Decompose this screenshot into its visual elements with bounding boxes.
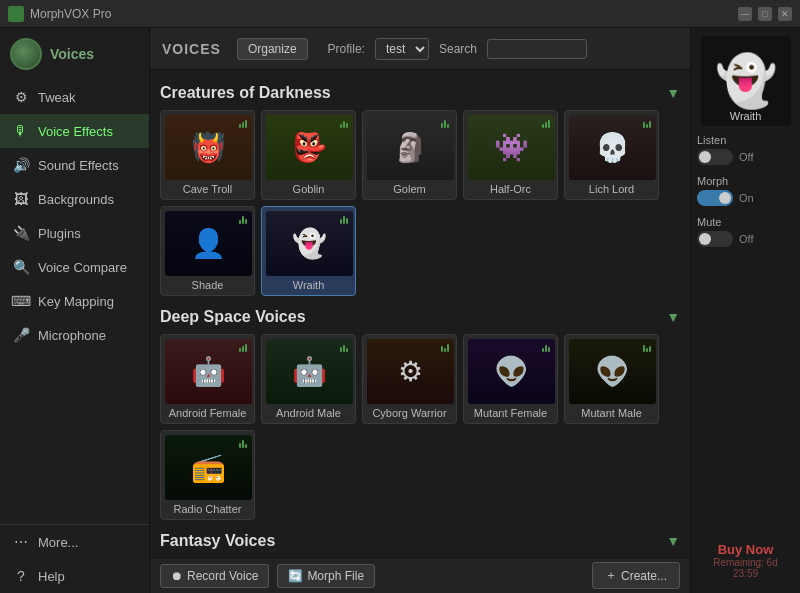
- microphone-icon: 🎤: [12, 326, 30, 344]
- close-button[interactable]: ✕: [778, 7, 792, 21]
- voice-card-goblin[interactable]: 👺 Goblin: [261, 110, 356, 200]
- voice-card-cave-troll[interactable]: 👹 Cave Troll: [160, 110, 255, 200]
- level-indicator-radio-chatter: [239, 438, 249, 448]
- sidebar-item-microphone[interactable]: 🎤 Microphone: [0, 318, 149, 352]
- voice-img-cave-troll: 👹: [165, 115, 252, 180]
- profile-label: Profile:: [328, 42, 365, 56]
- sound-effects-icon: 🔊: [12, 156, 30, 174]
- level-indicator-android-female: [239, 342, 249, 352]
- minimize-button[interactable]: —: [738, 7, 752, 21]
- search-input[interactable]: [487, 39, 587, 59]
- sidebar-voice-effects-label: Voice Effects: [38, 124, 113, 139]
- sidebar-item-backgrounds[interactable]: 🖼 Backgrounds: [0, 182, 149, 216]
- mute-knob: [699, 233, 711, 245]
- voice-card-mutant-male[interactable]: 👽 Mutant Male: [564, 334, 659, 424]
- section-header-fantasy: Fantasy Voices ▼: [160, 532, 680, 550]
- mute-label: Mute: [697, 216, 794, 228]
- fantasy-collapse-icon[interactable]: ▼: [666, 533, 680, 549]
- record-icon: ⏺: [171, 569, 183, 583]
- sidebar-more-label: More...: [38, 535, 78, 550]
- morph-file-label: Morph File: [307, 569, 364, 583]
- search-label: Search: [439, 42, 477, 56]
- sidebar-microphone-label: Microphone: [38, 328, 106, 343]
- voice-effects-icon: 🎙: [12, 122, 30, 140]
- voice-card-half-orc[interactable]: 👾 Half-Orc: [463, 110, 558, 200]
- voice-img-golem: 🗿: [367, 115, 454, 180]
- voice-card-lich-lord[interactable]: 💀 Lich Lord: [564, 110, 659, 200]
- mute-control: Mute Off: [697, 216, 794, 247]
- organize-button[interactable]: Organize: [237, 38, 308, 60]
- voice-img-lich-lord: 💀: [569, 115, 656, 180]
- create-button[interactable]: ＋ Create...: [592, 562, 680, 589]
- sidebar-item-key-mapping[interactable]: ⌨ Key Mapping: [0, 284, 149, 318]
- backgrounds-icon: 🖼: [12, 190, 30, 208]
- voice-card-shade[interactable]: 👤 Shade: [160, 206, 255, 296]
- level-indicator-cyborg: [441, 342, 451, 352]
- section-header-creatures: Creatures of Darkness ▼: [160, 84, 680, 102]
- sidebar-item-voice-compare[interactable]: 🔍 Voice Compare: [0, 250, 149, 284]
- morph-file-button[interactable]: 🔄 Morph File: [277, 564, 375, 588]
- sidebar-bottom: ⋯ More... ? Help: [0, 524, 149, 593]
- mute-toggle[interactable]: [697, 231, 733, 247]
- sidebar: Voices ⚙ Tweak 🎙 Voice Effects 🔊 Sound E…: [0, 28, 150, 593]
- top-bar: VOICES Organize Profile: test Search: [150, 28, 690, 70]
- listen-state: Off: [739, 151, 753, 163]
- voice-img-goblin: 👺: [266, 115, 353, 180]
- deep-space-grid: 🤖 Android Female 🤖: [160, 334, 680, 520]
- profile-select[interactable]: test: [375, 38, 429, 60]
- level-indicator-mutant-female: [542, 342, 552, 352]
- maximize-button[interactable]: □: [758, 7, 772, 21]
- voice-card-wraith[interactable]: 👻 Wraith: [261, 206, 356, 296]
- level-indicator-mutant-male: [643, 342, 653, 352]
- plugins-icon: 🔌: [12, 224, 30, 242]
- voice-card-radio-chatter[interactable]: 📻 Radio Chatter: [160, 430, 255, 520]
- creatures-grid: 👹 Cave Troll 👺: [160, 110, 680, 296]
- voice-card-mutant-female[interactable]: 👽 Mutant Female: [463, 334, 558, 424]
- sidebar-item-sound-effects[interactable]: 🔊 Sound Effects: [0, 148, 149, 182]
- voice-card-cyborg-warrior[interactable]: ⚙ Cyborg Warrior: [362, 334, 457, 424]
- sidebar-item-plugins[interactable]: 🔌 Plugins: [0, 216, 149, 250]
- help-icon: ?: [12, 567, 30, 585]
- morph-control: Morph On: [697, 175, 794, 206]
- morph-toggle[interactable]: [697, 190, 733, 206]
- voice-card-android-female[interactable]: 🤖 Android Female: [160, 334, 255, 424]
- create-label: Create...: [621, 569, 667, 583]
- mute-toggle-row: Off: [697, 231, 794, 247]
- voice-list[interactable]: Creatures of Darkness ▼ 👹 Cave Troll: [150, 70, 690, 557]
- voice-card-android-male[interactable]: 🤖 Android Male: [261, 334, 356, 424]
- voice-name-half-orc: Half-Orc: [468, 183, 553, 195]
- sidebar-item-more[interactable]: ⋯ More...: [0, 525, 149, 559]
- voice-name-android-female: Android Female: [165, 407, 250, 419]
- buy-now-button[interactable]: Buy Now: [703, 542, 788, 557]
- record-voice-button[interactable]: ⏺ Record Voice: [160, 564, 269, 588]
- window-controls[interactable]: — □ ✕: [738, 7, 792, 21]
- voice-card-golem[interactable]: 🗿 Golem: [362, 110, 457, 200]
- more-icon: ⋯: [12, 533, 30, 551]
- create-plus-icon: ＋: [605, 567, 617, 584]
- voice-img-android-female: 🤖: [165, 339, 252, 404]
- voice-img-radio-chatter: 📻: [165, 435, 252, 500]
- deep-space-collapse-icon[interactable]: ▼: [666, 309, 680, 325]
- right-panel: 👻 Wraith Listen Off Morph On Mute: [690, 28, 800, 593]
- mute-state: Off: [739, 233, 753, 245]
- voice-img-half-orc: 👾: [468, 115, 555, 180]
- buy-now-section: Buy Now Remaining: 6d 23:59: [697, 536, 794, 585]
- tweak-icon: ⚙: [12, 88, 30, 106]
- voice-name-goblin: Goblin: [266, 183, 351, 195]
- sidebar-item-help[interactable]: ? Help: [0, 559, 149, 593]
- level-indicator-golem: [441, 118, 451, 128]
- sidebar-logo: Voices: [0, 28, 149, 80]
- logo-icon: [10, 38, 42, 70]
- sidebar-item-voice-effects[interactable]: 🎙 Voice Effects: [0, 114, 149, 148]
- app-title: MorphVOX Pro: [30, 7, 111, 21]
- voice-img-mutant-male: 👽: [569, 339, 656, 404]
- section-deep-space-title: Deep Space Voices: [160, 308, 306, 326]
- voice-name-shade: Shade: [165, 279, 250, 291]
- listen-toggle[interactable]: [697, 149, 733, 165]
- morph-knob: [719, 192, 731, 204]
- sidebar-item-tweak[interactable]: ⚙ Tweak: [0, 80, 149, 114]
- creatures-collapse-icon[interactable]: ▼: [666, 85, 680, 101]
- listen-control: Listen Off: [697, 134, 794, 165]
- sidebar-backgrounds-label: Backgrounds: [38, 192, 114, 207]
- voice-name-android-male: Android Male: [266, 407, 351, 419]
